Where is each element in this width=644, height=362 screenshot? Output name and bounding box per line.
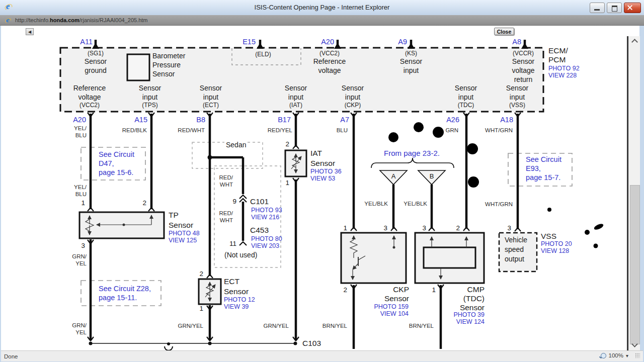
pin-b8: B8 [196, 116, 205, 124]
diagram-label: (VCCR) [513, 50, 534, 56]
diagram-label: YEL/BLK [364, 201, 388, 207]
ect-photo[interactable]: PHOTO 12 [224, 297, 255, 303]
diagram-label: GRN/ [72, 254, 87, 260]
diagram-label: (VCC2) [319, 50, 340, 56]
vss-view[interactable]: VIEW 128 [541, 248, 569, 254]
diagram-label: Sensor [455, 84, 477, 92]
diagram-label: YEL [75, 330, 87, 336]
diagram-label: BLU [337, 128, 348, 134]
sedan-label: Sedan [224, 141, 248, 148]
ecm-photo[interactable]: PHOTO 92 [548, 65, 580, 72]
ckp-photo[interactable]: PHOTO 159 [374, 304, 409, 310]
ref-z28-1[interactable]: See Circuit Z28, [99, 285, 151, 293]
ref-d47-2[interactable]: D47, [99, 160, 114, 167]
ref-e93-2[interactable]: E93, [526, 165, 541, 172]
diagram-label: GRN [445, 128, 458, 134]
cmp-name-2: (TDC) [463, 295, 485, 303]
diagram-label: (CKP) [345, 102, 361, 108]
diagram-label: input [458, 94, 473, 101]
tp-photo[interactable]: PHOTO 48 [169, 230, 200, 237]
diagram-label: 3 [383, 225, 387, 232]
ect-name-1: ECT [224, 278, 239, 286]
ecm-view[interactable]: VIEW 228 [548, 72, 577, 79]
pin-a26: A26 [446, 116, 459, 124]
conn-c453: C453 [250, 226, 269, 234]
ckp-name-2: Sensor [384, 295, 409, 303]
url-prefix: http://techinfo. [15, 17, 50, 23]
back-arrow-icon: ◀ [28, 30, 31, 34]
diagram-label: (SG1) [88, 50, 104, 56]
resize-grip[interactable] [635, 353, 640, 358]
diagram-label: (KS) [405, 50, 417, 56]
maximize-icon [612, 6, 617, 12]
diagram-label: 1 [432, 287, 436, 294]
cmp-photo[interactable]: PHOTO 39 [453, 312, 485, 318]
c453-photo[interactable]: PHOTO 80 [251, 236, 282, 242]
ckp-view[interactable]: VIEW 104 [380, 311, 409, 317]
maximize-button[interactable] [607, 3, 622, 13]
diagram-label: (ECT) [203, 102, 219, 108]
diagram-label: (TDC) [458, 102, 474, 108]
ect-view[interactable]: VIEW 39 [224, 304, 249, 310]
window-title: ISIS-Content Opening Page - Internet Exp… [0, 4, 644, 11]
diagram-label: BRN/YEL [323, 323, 347, 329]
scroll-up-button[interactable] [629, 36, 640, 45]
ref-d47-1[interactable]: See Circuit [99, 151, 134, 158]
c101-photo[interactable]: PHOTO 93 [251, 207, 282, 214]
chevron-up-icon [631, 39, 638, 45]
pin-a7: A7 [340, 116, 349, 124]
cmp-view[interactable]: VIEW 124 [456, 319, 485, 325]
iat-view[interactable]: VIEW 53 [310, 175, 335, 182]
diagram-label: 2 [199, 270, 203, 278]
scroll-down-button[interactable] [629, 340, 640, 349]
pin-b17: B17 [278, 116, 291, 124]
page-ie-icon: e [5, 17, 12, 24]
diagram-label: 3 [81, 242, 85, 249]
ref-z28-2[interactable]: page 15-11. [99, 294, 137, 302]
diagram-label: GRN/YEL [264, 323, 289, 329]
iat-name-2: Sensor [310, 159, 335, 167]
tp-view[interactable]: VIEW 125 [169, 237, 197, 244]
diagram-label: 3 [507, 225, 511, 232]
ref-e93-1[interactable]: See Circuit [526, 156, 561, 163]
vertical-scrollbar[interactable] [628, 36, 640, 350]
diagram-label: ground [85, 67, 107, 74]
diagram-label: Sensor [342, 84, 364, 92]
diagram-label: Vehicle [505, 236, 527, 243]
diagram-label: 2 [456, 225, 460, 232]
minimize-button[interactable] [590, 3, 605, 13]
c101-view[interactable]: VIEW 216 [251, 214, 279, 221]
close-page-button[interactable]: Close [494, 28, 514, 35]
back-button[interactable]: ◀ [26, 28, 34, 35]
diagram-label: Barometer [152, 52, 185, 59]
connector-a20-top: A20 [321, 38, 334, 46]
c453-view[interactable]: VIEW 203 [251, 243, 279, 249]
title-bar[interactable]: e ISIS-Content Opening Page - Internet E… [0, 0, 644, 16]
ref-e93-3[interactable]: page 15-7. [526, 174, 560, 182]
vss-photo[interactable]: PHOTO 20 [541, 241, 572, 247]
diagram-label: (TPS) [142, 102, 157, 108]
zoom-level[interactable]: 100% [609, 352, 623, 358]
ref-from-page[interactable]: From page 23-2. [384, 149, 440, 157]
ckp-name-1: CKP [393, 286, 409, 294]
diagram-label: Sensor [152, 70, 175, 77]
status-bar: Done 100% ▾ [1, 350, 643, 361]
diagram-label: 11 [229, 240, 236, 247]
diagram-label: Sensor [285, 84, 307, 92]
iat-photo[interactable]: PHOTO 36 [310, 168, 342, 175]
diagram-label: BRN/YEL [409, 323, 434, 329]
diagram-label: BLU [75, 133, 87, 139]
diagram-label: YEL [75, 261, 87, 267]
url-text[interactable]: http://techinfo.honda.com/rjanisis/RJAAI… [15, 17, 148, 23]
tp-name-2: Sensor [169, 221, 193, 229]
close-window-button[interactable] [624, 3, 641, 13]
diagram-label: input [142, 94, 157, 101]
zoom-dropdown-icon[interactable]: ▾ [626, 353, 628, 358]
zoom-magnifier-icon [601, 353, 606, 358]
scrollbar-thumb[interactable] [630, 185, 640, 344]
ref-d47-3[interactable]: page 15-6. [99, 169, 133, 176]
address-bar[interactable]: e http://techinfo.honda.com/rjanisis/RJA… [0, 15, 644, 26]
diagram-label: Sensor [139, 84, 161, 92]
diagram-label: 1 [285, 179, 289, 187]
diagram-label: Sensor [512, 58, 534, 65]
